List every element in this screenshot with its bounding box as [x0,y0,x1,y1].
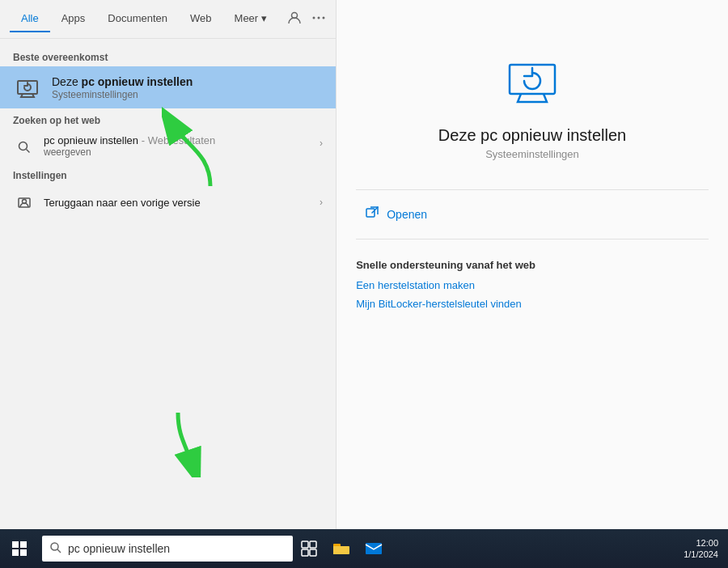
open-label: Openen [387,208,427,221]
divider-1 [356,189,709,190]
settings-item-arrow: › [320,197,323,208]
divider-2 [356,239,709,239]
svg-line-6 [27,150,30,153]
svg-line-14 [57,549,61,553]
left-panel: Alle Apps Documenten Web Meer ▾ [0,0,336,529]
best-match-text: Deze pc opnieuw instellen Systeeminstell… [52,74,323,100]
right-content: Deze pc opnieuw instellen Systeeminstell… [336,0,728,316]
tab-alle[interactable]: Alle [10,6,50,32]
svg-point-2 [318,16,320,19]
svg-point-1 [313,16,315,19]
more-options-icon[interactable] [311,11,326,28]
search-web-icon [13,136,36,159]
svg-rect-18 [310,549,316,556]
svg-point-13 [51,543,58,550]
quick-link-2[interactable]: Mijn BitLocker-herstelsleutel vinden [356,298,709,310]
tab-apps[interactable]: Apps [50,6,97,32]
best-match-label: Beste overeenkomst [0,45,336,66]
right-panel: Deze pc opnieuw instellen Systeeminstell… [336,0,728,529]
taskbar-search-icon [50,542,61,556]
web-result-item[interactable]: pc opnieuw instellen - Webresultaten wee… [0,129,336,163]
open-icon [366,206,379,223]
big-reset-icon [500,49,565,113]
svg-rect-10 [366,209,375,217]
open-button[interactable]: Openen [356,200,709,229]
start-button[interactable] [0,529,39,568]
web-result-arrow: › [320,138,323,149]
tab-meer[interactable]: Meer ▾ [223,6,278,32]
web-search-label: Zoeken op het web [0,108,336,129]
svg-rect-21 [333,546,341,554]
svg-rect-16 [310,541,316,548]
search-window: Alle Apps Documenten Web Meer ▾ [0,0,728,529]
mail-button[interactable] [358,532,390,565]
reset-pc-icon [13,73,42,102]
system-tray: 12:00 1/1/2024 [684,537,728,561]
task-view-button[interactable] [293,532,325,565]
web-result-title: pc opnieuw instellen - Webresultaten [44,134,320,146]
windows-logo [12,541,27,556]
settings-item[interactable]: Teruggaan naar een vorige versie › [0,184,336,220]
svg-rect-17 [302,549,308,556]
file-explorer-button[interactable] [325,532,358,565]
settings-person-icon [13,191,36,214]
tabs-list: Alle Apps Documenten Web Meer ▾ [10,6,278,32]
svg-rect-15 [302,541,308,548]
quick-link-1[interactable]: Een herstelstation maken [356,279,709,291]
tab-documenten[interactable]: Documenten [96,6,179,32]
tabs-bar: Alle Apps Documenten Web Meer ▾ [0,0,336,39]
quick-section-title: Snelle ondersteuning vanaf het web [356,259,709,271]
best-match-subtitle: Systeeminstellingen [52,89,323,100]
web-result-text: pc opnieuw instellen - Webresultaten wee… [44,134,320,158]
taskbar-search-box[interactable] [42,536,293,562]
results-area: Beste overeenkomst Deze pc opnieuw inste… [0,39,336,529]
web-result-subtitle: weergeven [44,146,320,158]
svg-rect-22 [366,543,382,554]
settings-item-text: Teruggaan naar een vorige versie [44,197,201,209]
best-match-item[interactable]: Deze pc opnieuw instellen Systeeminstell… [0,66,336,108]
best-match-title: Deze pc opnieuw instellen [52,74,323,89]
svg-point-3 [323,16,325,19]
taskbar-search-input[interactable] [68,542,285,555]
tabs-right-actions [287,11,326,28]
tab-web[interactable]: Web [179,6,223,32]
svg-point-5 [19,142,28,150]
right-subtitle: Systeeminstellingen [485,148,579,160]
right-title: Deze pc opnieuw instellen [438,126,626,145]
taskbar: 12:00 1/1/2024 [0,529,728,568]
person-icon[interactable] [287,11,302,28]
quick-section: Snelle ondersteuning vanaf het web Een h… [356,259,709,316]
settings-label: Instellingen [0,163,336,184]
tray-time: 12:00 1/1/2024 [684,537,718,561]
